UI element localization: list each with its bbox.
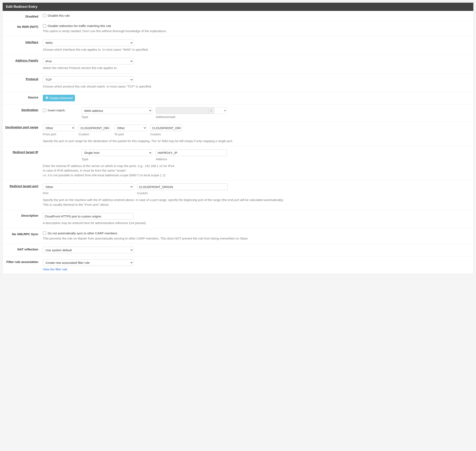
row-address-family: Address Family IPv4 Select the Internet … (3, 55, 473, 74)
label-description: Description (3, 213, 43, 217)
no-xmlrpc-checkbox[interactable] (43, 232, 46, 235)
label-no-xmlrpc: No XMLRPC Sync (3, 232, 43, 236)
label-disabled: Disabled (3, 14, 43, 18)
disabled-checkbox-wrapper[interactable]: Disable this rule (43, 14, 470, 17)
redirect-port-custom-input[interactable] (137, 183, 228, 190)
display-advanced-button[interactable]: Display Advanced (43, 95, 75, 101)
nordr-checkbox[interactable] (43, 24, 46, 28)
invert-match-checkbox[interactable] (43, 109, 46, 112)
row-redirect-target-port: Redirect target port Other Port Custom S… (3, 181, 473, 210)
protocol-help: Choose which protocol this rule should m… (43, 84, 470, 89)
to-port-sublabel: To port (114, 132, 147, 136)
label-nat-reflection: NAT reflection (3, 247, 43, 251)
invert-match-label: Invert match. (48, 108, 66, 112)
from-port-custom-input[interactable] (79, 125, 111, 131)
no-xmlrpc-help: This prevents the rule on Master from au… (43, 236, 470, 241)
label-redirect-target-ip: Redirect target IP (3, 150, 43, 154)
destination-type-select[interactable]: WAN address (81, 107, 152, 114)
nordr-help: This option is rarely needed. Don't use … (43, 29, 470, 34)
label-interface: Interface (3, 39, 43, 44)
disabled-checkbox-label: Disable this rule (48, 14, 70, 17)
display-advanced-label: Display Advanced (49, 96, 72, 100)
row-nordr: No RDR (NOT) Disable redirection for tra… (3, 21, 473, 37)
row-source: Source Display Advanced (3, 92, 473, 104)
row-nat-reflection: NAT reflection Use system default (3, 244, 473, 256)
redirect-port-custom-sublabel: Custom (137, 191, 228, 195)
row-filter-rule-assoc: Filter rule association Create new assoc… (3, 256, 473, 274)
redirect-ip-address-sublabel: Address (156, 157, 227, 161)
to-port-select[interactable]: Other (114, 125, 147, 131)
label-protocol: Protocol (3, 76, 43, 81)
from-port-sublabel: From port (43, 132, 75, 136)
label-source: Source (3, 95, 43, 99)
destination-mask-select (214, 107, 227, 114)
label-destination: Destination (3, 107, 43, 112)
redirect-port-help: Specify the port on the machine with the… (43, 198, 470, 207)
mask-slash: / (208, 107, 214, 114)
redirect-port-select[interactable]: Other (43, 183, 133, 190)
row-description: Description A description may be entered… (3, 210, 473, 229)
label-address-family: Address Family (3, 58, 43, 62)
no-xmlrpc-checkbox-label: Do not automatically sync to other CARP … (48, 232, 117, 235)
redirect-port-sublabel: Port (43, 191, 133, 195)
disabled-checkbox[interactable] (43, 14, 46, 17)
interface-help: Choose which interface this rule applies… (43, 47, 470, 52)
description-help: A description may be entered here for ad… (43, 221, 470, 226)
row-redirect-target-ip: Redirect target IP Single host Type Addr… (3, 147, 473, 181)
interface-select[interactable]: WAN (43, 39, 133, 46)
dest-port-range-help: Specify the port or port range for the d… (43, 139, 470, 144)
label-dest-port-range: Destination port range (3, 125, 43, 129)
row-destination: Destination Invert match. WAN address Ty… (3, 104, 473, 122)
from-port-custom-sublabel: Custom (79, 132, 111, 136)
row-dest-port-range: Destination port range Other From port C… (3, 122, 473, 147)
from-port-select[interactable]: Other (43, 125, 75, 131)
destination-mask-input (156, 107, 208, 114)
row-interface: Interface WAN Choose which interface thi… (3, 37, 473, 55)
to-port-custom-sublabel: Custom (150, 132, 182, 136)
row-disabled: Disabled Disable this rule (3, 11, 473, 21)
edit-redirect-panel: Edit Redirect Entry Disabled Disable thi… (2, 2, 474, 274)
nordr-checkbox-wrapper[interactable]: Disable redirection for traffic matching… (43, 24, 470, 28)
address-family-help: Select the Internet Protocol version thi… (43, 66, 470, 70)
description-input[interactable] (43, 213, 133, 219)
panel-title: Edit Redirect Entry (3, 3, 473, 11)
row-no-xmlrpc: No XMLRPC Sync Do not automatically sync… (3, 229, 473, 244)
no-xmlrpc-checkbox-wrapper[interactable]: Do not automatically sync to other CARP … (43, 232, 470, 235)
redirect-ip-help: Enter the internal IP address of the ser… (43, 164, 470, 178)
address-family-select[interactable]: IPv4 (43, 58, 133, 64)
nordr-checkbox-label: Disable redirection for traffic matching… (48, 24, 111, 28)
destination-type-sublabel: Type (81, 115, 152, 119)
redirect-ip-address-input[interactable] (156, 150, 227, 156)
to-port-custom-input[interactable] (150, 125, 182, 131)
gear-icon (45, 96, 48, 100)
destination-mask-sublabel: Address/mask (156, 115, 227, 119)
label-filter-rule-assoc: Filter rule association (3, 259, 43, 263)
invert-match-wrapper[interactable]: Invert match. (43, 108, 78, 112)
redirect-ip-type-sublabel: Type (81, 157, 152, 161)
label-redirect-target-port: Redirect target port (3, 183, 43, 188)
redirect-ip-type-select[interactable]: Single host (81, 150, 152, 156)
view-filter-rule-link[interactable]: View the filter rule (43, 268, 67, 271)
nat-reflection-select[interactable]: Use system default (43, 247, 133, 253)
row-protocol: Protocol TCP Choose which protocol this … (3, 74, 473, 92)
filter-rule-assoc-select[interactable]: Create new associated filter rule (43, 259, 133, 266)
label-nordr: No RDR (NOT) (3, 24, 43, 28)
protocol-select[interactable]: TCP (43, 76, 133, 83)
